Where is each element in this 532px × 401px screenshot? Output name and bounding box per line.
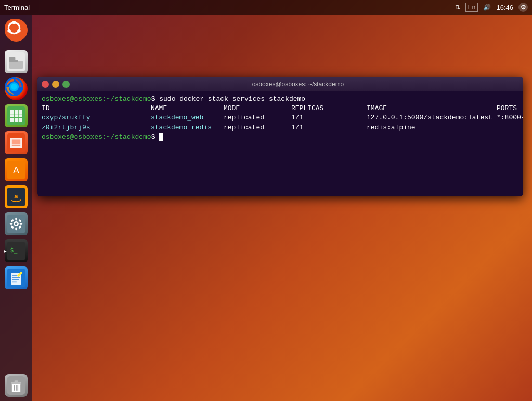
top-bar: Terminal ⇅ En 🔊 16:46 ⚙ <box>0 0 532 15</box>
svg-point-3 <box>17 29 21 33</box>
svg-text:$_: $_ <box>10 247 18 254</box>
row1-id: cxyp7srukffy <box>42 113 151 123</box>
settings-icon[interactable]: ⚙ <box>518 3 528 12</box>
svg-text:a: a <box>14 192 18 200</box>
row2-mode: replicated <box>224 123 291 132</box>
terminal-titlebar: osboxes@osboxes: ~/stackdemo <box>37 77 523 91</box>
dock-item-text[interactable] <box>4 265 29 290</box>
header-replicas: REPLICAS <box>291 104 367 113</box>
svg-rect-13 <box>10 110 22 122</box>
header-mode: MODE <box>224 104 291 113</box>
svg-rect-7 <box>9 61 23 69</box>
row2-id: z0i2rtjbrj9s <box>42 123 151 132</box>
terminal-row1: cxyp7srukffystackdemo_webreplicated1/112… <box>42 113 519 123</box>
svg-rect-8 <box>9 60 18 62</box>
trash-icon <box>5 374 28 397</box>
calc-icon <box>5 104 28 127</box>
svg-rect-20 <box>12 139 20 144</box>
prompt-dollar: $ <box>151 133 160 141</box>
row2-image: redis:alpine <box>367 124 416 131</box>
window-maximize-button[interactable] <box>62 81 70 88</box>
dock-item-calc[interactable] <box>4 103 29 128</box>
terminal-command-line: osboxes@osboxes:~/stackdemo$ sudo docker… <box>42 95 519 104</box>
dock-item-terminal[interactable]: $_ <box>4 238 29 263</box>
window-close-button[interactable] <box>42 81 49 88</box>
svg-text:A: A <box>13 165 19 176</box>
header-name: NAME <box>151 104 224 113</box>
header-ports: PORTS <box>497 104 517 112</box>
terminal-header-row: IDNAMEMODEREPLICASIMAGEPORTS <box>42 104 519 113</box>
svg-rect-44 <box>12 282 17 283</box>
svg-rect-42 <box>12 277 20 278</box>
top-bar-title: Terminal <box>4 4 30 11</box>
files-icon <box>5 50 28 73</box>
terminal-prompt2-line: osboxes@osboxes:~/stackdemo$ <box>42 132 519 142</box>
terminal-row2: z0i2rtjbrj9sstackdemo_redisreplicated1/1… <box>42 123 519 132</box>
dock-item-trash[interactable] <box>4 373 29 398</box>
firefox-icon <box>5 77 28 100</box>
window-minimize-button[interactable] <box>52 81 59 88</box>
settings-dock-icon <box>5 212 28 235</box>
header-image: IMAGE <box>367 104 497 113</box>
row1-image: 127.0.0.1:5000/stackdemo:latest <box>367 113 497 123</box>
row2-replicas: 1/1 <box>291 123 367 132</box>
svg-rect-43 <box>12 279 19 280</box>
svg-point-4 <box>7 29 11 33</box>
dock-item-impress[interactable] <box>4 130 29 155</box>
top-bar-left: Terminal <box>4 4 30 11</box>
header-id: ID <box>42 104 151 113</box>
arrows-icon: ⇅ <box>455 4 460 11</box>
row2-name: stackdemo_redis <box>151 123 224 132</box>
top-bar-right: ⇅ En 🔊 16:46 ⚙ <box>455 3 528 12</box>
dock-separator-1 <box>6 46 26 46</box>
softcenter-icon: A <box>5 158 28 181</box>
text-icon <box>5 266 28 289</box>
terminal-body[interactable]: osboxes@osboxes:~/stackdemo$ sudo docker… <box>37 91 523 196</box>
svg-rect-29 <box>15 218 17 221</box>
svg-rect-21 <box>12 145 20 146</box>
svg-point-28 <box>15 223 18 225</box>
impress-icon <box>5 131 28 154</box>
language-indicator[interactable]: En <box>465 3 478 12</box>
dock-item-settings[interactable] <box>4 211 29 236</box>
svg-point-11 <box>11 84 17 89</box>
prompt-green-1: osboxes@osboxes:~/stackdemo <box>42 95 151 103</box>
dock-item-firefox[interactable] <box>4 76 29 101</box>
prompt-green-2: osboxes@osboxes:~/stackdemo <box>42 133 151 141</box>
row1-name: stackdemo_web <box>151 113 224 123</box>
row1-mode: replicated <box>224 113 291 123</box>
svg-rect-32 <box>20 223 23 224</box>
dock-item-files[interactable] <box>4 49 29 74</box>
sound-icon[interactable]: 🔊 <box>483 4 491 11</box>
dock-item-ubuntu[interactable] <box>4 18 29 43</box>
ubuntu-icon <box>5 19 28 42</box>
row1-replicas: 1/1 <box>291 113 367 123</box>
clock: 16:46 <box>496 4 513 11</box>
amazon-icon: a <box>5 185 28 208</box>
terminal-window: osboxes@osboxes: ~/stackdemo osboxes@osb… <box>37 77 523 196</box>
svg-point-2 <box>12 21 16 24</box>
svg-rect-49 <box>15 380 18 383</box>
terminal-dock-icon: $_ <box>5 239 28 262</box>
terminal-command: $ sudo docker stack services stackdemo <box>151 95 305 103</box>
svg-rect-30 <box>15 228 17 231</box>
svg-rect-31 <box>10 223 13 224</box>
dock: A a <box>0 15 32 401</box>
row1-ports: *:8000->8000/tcp <box>497 114 523 122</box>
dock-item-amazon[interactable]: a <box>4 184 29 209</box>
terminal-window-title: osboxes@osboxes: ~/stackdemo <box>77 81 519 88</box>
terminal-cursor <box>159 133 163 141</box>
dock-item-softcenter[interactable]: A <box>4 157 29 182</box>
